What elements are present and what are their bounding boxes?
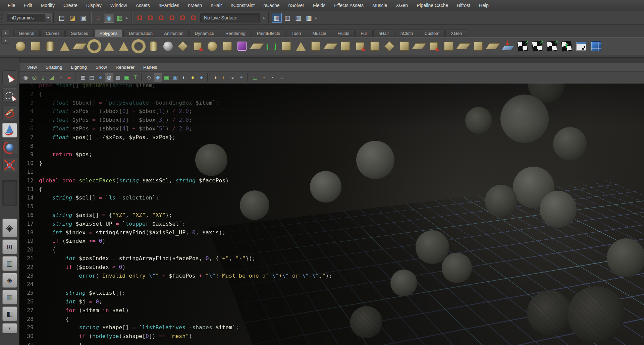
share-view-icon[interactable]: ∴ — [277, 73, 285, 81]
tab-dynamics[interactable]: Dynamics — [190, 29, 219, 37]
tab-nhair[interactable]: nHair — [373, 29, 394, 37]
textured-display-icon[interactable]: ▣ — [171, 73, 179, 81]
panel-menu-panels[interactable]: Panels — [139, 65, 161, 70]
spherical-mapping-icon[interactable] — [545, 39, 559, 53]
more-layouts-button[interactable]: ▾ — [2, 323, 17, 333]
ipr-render-icon[interactable]: ▥ — [293, 13, 303, 23]
open-scene-icon[interactable]: ◪ — [67, 13, 77, 23]
grease-pencil-icon[interactable]: ▰ — [65, 73, 73, 81]
render-settings-icon[interactable]: ▥ — [304, 13, 314, 23]
panel-menu-shading[interactable]: Shading — [41, 65, 67, 70]
shadows-icon[interactable]: ◒ — [228, 73, 237, 81]
select-hierarchy-icon[interactable]: ≡ — [93, 13, 103, 23]
persp-graph-layout-button[interactable]: ◈ — [2, 273, 17, 288]
mirror-geometry-icon[interactable] — [353, 39, 367, 53]
poly-cylinder-icon[interactable] — [43, 39, 57, 53]
snap-to-view-plane-magnet-icon[interactable]: Ω — [177, 13, 187, 23]
menu-fields[interactable]: Fields — [309, 0, 330, 11]
single-pane-layout-button[interactable]: ◈ — [2, 219, 17, 237]
shelf-tabs-toggle-icon[interactable]: ▴ — [1, 29, 9, 36]
panel-menu-renderer[interactable]: Renderer — [111, 65, 139, 70]
menu-effects-assets[interactable]: Effects Assets — [330, 0, 368, 11]
isolate-select-icon[interactable]: ▢ — [251, 73, 259, 81]
tab-animation[interactable]: Animation — [159, 29, 189, 37]
bevel-icon[interactable] — [250, 39, 264, 53]
tab-curves[interactable]: Curves — [40, 29, 65, 37]
poly-cone-icon[interactable] — [58, 39, 72, 53]
tab-surfaces[interactable]: Surfaces — [65, 29, 93, 37]
uv-snapshot-icon[interactable] — [559, 39, 574, 53]
menu-create[interactable]: Create — [59, 0, 82, 11]
expand-arrow-icon[interactable] — [262, 16, 267, 20]
film-gate-icon[interactable]: ▤ — [88, 73, 96, 81]
hypershade-persp-layout-button[interactable]: ▦ — [2, 290, 17, 304]
new-scene-icon[interactable]: ▤ — [57, 13, 67, 23]
append-to-polygon-icon[interactable] — [323, 39, 337, 53]
poly-torus-icon[interactable] — [87, 39, 101, 53]
menu-edit[interactable]: Edit — [20, 0, 37, 11]
menuset-dropdown[interactable]: nDynamics — [7, 13, 52, 22]
menu-ncache[interactable]: nCache — [259, 0, 284, 11]
menu-nconstraint[interactable]: nConstraint — [226, 0, 259, 11]
safe-title-icon[interactable]: T — [131, 73, 140, 81]
open-render-view-icon[interactable]: ▥ — [272, 13, 282, 23]
shelf-menu-icon[interactable]: ▾ — [1, 37, 9, 44]
menu-nmesh[interactable]: nMesh — [183, 0, 206, 11]
expand-arrow-icon[interactable] — [125, 16, 129, 20]
reduce-icon[interactable] — [412, 39, 426, 53]
field-chart-icon[interactable]: ▩ — [114, 73, 122, 81]
poly-plane-icon[interactable] — [72, 39, 87, 53]
uv-texture-editor-icon[interactable] — [574, 39, 588, 53]
triangulate-icon[interactable] — [456, 39, 470, 53]
snap-to-projected-center-magnet-icon[interactable]: Ω — [167, 13, 177, 23]
tab-toon[interactable]: Toon — [286, 29, 306, 37]
menu-nhair[interactable]: nHair — [206, 0, 226, 11]
last-tool-well[interactable] — [2, 180, 17, 206]
poly-sphere-icon[interactable] — [13, 39, 28, 53]
smooth-icon[interactable] — [205, 39, 219, 53]
xray-icon[interactable]: ▫ — [260, 73, 268, 81]
menu-display[interactable]: Display — [82, 0, 106, 11]
combine-icon[interactable] — [220, 39, 234, 53]
automatic-mapping-icon[interactable] — [515, 39, 529, 53]
multi-cut-icon[interactable] — [264, 39, 278, 53]
bookmarks-icon[interactable]: ▯ — [39, 73, 47, 81]
select-tool[interactable] — [2, 70, 17, 85]
viewport[interactable]: 1proc float[] getBBPos(string $item)2{3 … — [19, 83, 644, 345]
bounding-box-display-icon[interactable]: ▣ — [162, 73, 171, 81]
move-tool[interactable] — [2, 123, 17, 137]
poly-pyramid-icon[interactable] — [117, 39, 131, 53]
quadrangulate-icon[interactable] — [471, 39, 485, 53]
ambient-occlusion-icon[interactable]: ● — [197, 73, 206, 81]
assign-checker-material-icon[interactable] — [589, 39, 603, 53]
2d-pan-zoom-icon[interactable]: ◔ — [56, 73, 65, 81]
tab-fur[interactable]: Fur — [355, 29, 373, 37]
four-pane-layout-button[interactable]: ⊞ — [2, 239, 17, 254]
menu-xgen[interactable]: XGen — [391, 0, 412, 11]
flip-normals-icon[interactable] — [427, 39, 441, 53]
live-surface-field[interactable]: No Live Surface — [200, 13, 260, 22]
extrude-icon[interactable] — [191, 39, 205, 53]
poly-prism-icon[interactable] — [102, 39, 116, 53]
make-live-magnet-icon[interactable]: Ω — [188, 13, 198, 23]
menu-nsolver[interactable]: nSolver — [284, 0, 309, 11]
panel-menu-lighting[interactable]: Lighting — [67, 65, 91, 70]
select-component-icon[interactable]: ▦ — [115, 13, 125, 23]
screen-space-ao-icon[interactable]: ◓ — [237, 73, 246, 81]
all-lights-icon[interactable]: ◑ — [211, 73, 219, 81]
checker-material-icon[interactable]: ◐ — [180, 73, 188, 81]
select-object-icon[interactable]: ◉ — [104, 13, 114, 23]
rotate-tool[interactable] — [2, 140, 17, 155]
image-plane-icon[interactable]: ◪ — [48, 73, 56, 81]
render-current-frame-icon[interactable]: ▥ — [282, 13, 292, 23]
menu-help[interactable]: Help — [475, 0, 493, 11]
poly-cube-icon[interactable] — [28, 39, 42, 53]
menu-bifrost[interactable]: Bifrost — [452, 0, 475, 11]
snap-to-curve-magnet-icon[interactable]: Ω — [145, 13, 155, 23]
resolution-gate-icon[interactable]: ● — [96, 73, 105, 81]
tab-deformation[interactable]: Deformation — [123, 29, 158, 37]
tab-muscle[interactable]: Muscle — [307, 29, 331, 37]
paint-select-tool[interactable] — [2, 105, 17, 120]
scale-tool[interactable] — [2, 158, 17, 172]
tab-xgen[interactable]: XGen — [445, 29, 467, 37]
